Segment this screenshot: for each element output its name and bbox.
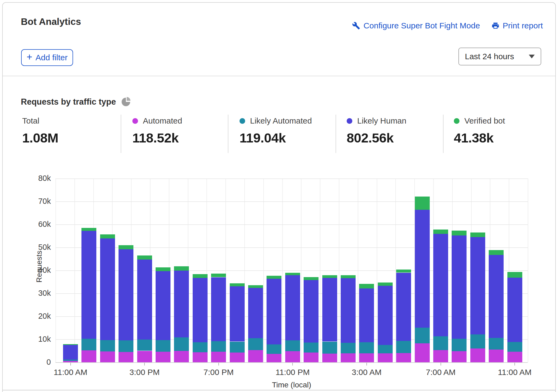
bar-segment-likely-automated[interactable] [378, 345, 393, 353]
bar-segment-verified-bot[interactable] [156, 267, 170, 271]
bar-segment-automated[interactable] [248, 350, 263, 362]
bar-segment-automated[interactable] [341, 353, 356, 362]
bar-segment-likely-human[interactable] [359, 288, 374, 342]
bar-segment-likely-automated[interactable] [267, 344, 281, 354]
configure-super-bot-fight-mode-link[interactable]: Configure Super Bot Fight Mode [352, 21, 480, 30]
bar-segment-automated[interactable] [193, 352, 208, 362]
bar-segment-likely-automated[interactable] [156, 340, 170, 352]
bar-segment-likely-human[interactable] [174, 271, 189, 337]
bar-segment-automated[interactable] [285, 351, 300, 362]
bar-segment-likely-automated[interactable] [193, 342, 208, 352]
bar-segment-likely-human[interactable] [489, 255, 504, 338]
bar-segment-verified-bot[interactable] [322, 275, 337, 278]
bar-segment-likely-automated[interactable] [470, 334, 485, 348]
bar-segment-likely-automated[interactable] [452, 339, 467, 351]
bar-segment-verified-bot[interactable] [507, 272, 522, 278]
bar-segment-likely-automated[interactable] [415, 328, 430, 344]
bar-segment-likely-automated[interactable] [230, 342, 245, 353]
bar-segment-likely-automated[interactable] [174, 337, 189, 351]
bar-segment-likely-human[interactable] [267, 279, 281, 344]
print-report-link[interactable]: Print report [491, 21, 543, 30]
bar-segment-likely-human[interactable] [100, 238, 115, 340]
bar-segment-verified-bot[interactable] [285, 273, 300, 275]
bar-segment-likely-human[interactable] [230, 286, 245, 342]
bar-segment-likely-automated[interactable] [63, 360, 78, 361]
bar-segment-verified-bot[interactable] [81, 228, 96, 231]
add-filter-button[interactable]: + Add filter [21, 49, 73, 66]
bar-segment-automated[interactable] [119, 352, 133, 362]
bar-segment-automated[interactable] [415, 343, 430, 362]
bar-segment-verified-bot[interactable] [341, 275, 356, 278]
bar-segment-automated[interactable] [378, 353, 393, 362]
bar-segment-likely-human[interactable] [156, 271, 170, 340]
bar-segment-verified-bot[interactable] [452, 231, 467, 235]
bar-segment-likely-human[interactable] [81, 231, 96, 339]
bar-segment-likely-automated[interactable] [489, 338, 504, 350]
bar-segment-automated[interactable] [452, 351, 467, 362]
bar-segment-verified-bot[interactable] [304, 277, 319, 280]
bar-segment-likely-human[interactable] [193, 278, 208, 342]
bar-segment-likely-automated[interactable] [507, 342, 522, 352]
bar-segment-automated[interactable] [304, 353, 319, 362]
bar-segment-likely-human[interactable] [248, 288, 263, 338]
bar-segment-verified-bot[interactable] [119, 245, 133, 249]
bar-segment-verified-bot[interactable] [248, 285, 263, 288]
bar-segment-likely-automated[interactable] [100, 340, 115, 351]
bar-segment-likely-automated[interactable] [248, 338, 263, 350]
bar-segment-likely-human[interactable] [452, 235, 467, 339]
bar-segment-automated[interactable] [81, 350, 96, 362]
bar-segment-automated[interactable] [137, 351, 152, 363]
bar-segment-likely-automated[interactable] [137, 340, 152, 351]
bar-segment-likely-automated[interactable] [433, 336, 448, 350]
bar-segment-verified-bot[interactable] [267, 276, 281, 278]
bar-segment-automated[interactable] [156, 352, 170, 362]
bar-segment-likely-human[interactable] [415, 210, 430, 328]
bar-segment-verified-bot[interactable] [433, 230, 448, 234]
bar-segment-verified-bot[interactable] [100, 234, 115, 238]
bar-segment-automated[interactable] [470, 348, 485, 362]
bar-segment-verified-bot[interactable] [489, 250, 504, 255]
bar-segment-likely-automated[interactable] [285, 340, 300, 351]
bar-segment-automated[interactable] [63, 361, 78, 362]
bar-segment-verified-bot[interactable] [378, 283, 393, 286]
bar-segment-likely-human[interactable] [470, 237, 485, 334]
time-range-dropdown[interactable]: Last 24 hours [458, 48, 541, 65]
bar-segment-likely-automated[interactable] [359, 342, 374, 353]
bar-segment-likely-automated[interactable] [81, 339, 96, 350]
bar-segment-likely-automated[interactable] [119, 340, 133, 352]
bar-segment-automated[interactable] [507, 352, 522, 362]
bar-segment-verified-bot[interactable] [174, 266, 189, 271]
bar-segment-likely-human[interactable] [285, 275, 300, 340]
bar-segment-likely-human[interactable] [211, 277, 226, 341]
bar-segment-likely-automated[interactable] [341, 343, 356, 353]
bar-segment-verified-bot[interactable] [359, 284, 374, 288]
bar-segment-automated[interactable] [322, 354, 337, 362]
bar-segment-verified-bot[interactable] [230, 283, 245, 286]
bar-segment-likely-human[interactable] [119, 249, 133, 340]
bar-segment-likely-human[interactable] [63, 345, 78, 360]
bar-segment-automated[interactable] [433, 350, 448, 362]
bar-segment-likely-human[interactable] [322, 278, 337, 341]
bar-segment-verified-bot[interactable] [470, 232, 485, 237]
bar-segment-likely-human[interactable] [341, 278, 356, 343]
bar-segment-likely-automated[interactable] [211, 341, 226, 352]
bar-segment-likely-human[interactable] [378, 286, 393, 345]
bar-segment-automated[interactable] [489, 350, 504, 362]
bar-segment-likely-human[interactable] [433, 234, 448, 336]
bar-segment-automated[interactable] [230, 353, 245, 362]
bar-segment-automated[interactable] [396, 353, 411, 362]
bar-segment-likely-automated[interactable] [322, 342, 337, 354]
bar-segment-automated[interactable] [211, 352, 226, 362]
bar-segment-verified-bot[interactable] [193, 274, 208, 278]
bar-segment-verified-bot[interactable] [63, 344, 78, 345]
bar-segment-verified-bot[interactable] [396, 270, 411, 273]
bar-segment-verified-bot[interactable] [211, 274, 226, 277]
bar-segment-verified-bot[interactable] [137, 255, 152, 260]
bar-segment-likely-human[interactable] [507, 278, 522, 342]
bar-segment-likely-human[interactable] [396, 273, 411, 341]
bar-segment-verified-bot[interactable] [415, 197, 430, 210]
bar-segment-automated[interactable] [174, 351, 189, 362]
bar-segment-automated[interactable] [267, 354, 281, 362]
bar-segment-automated[interactable] [359, 353, 374, 362]
bar-segment-automated[interactable] [100, 351, 115, 362]
